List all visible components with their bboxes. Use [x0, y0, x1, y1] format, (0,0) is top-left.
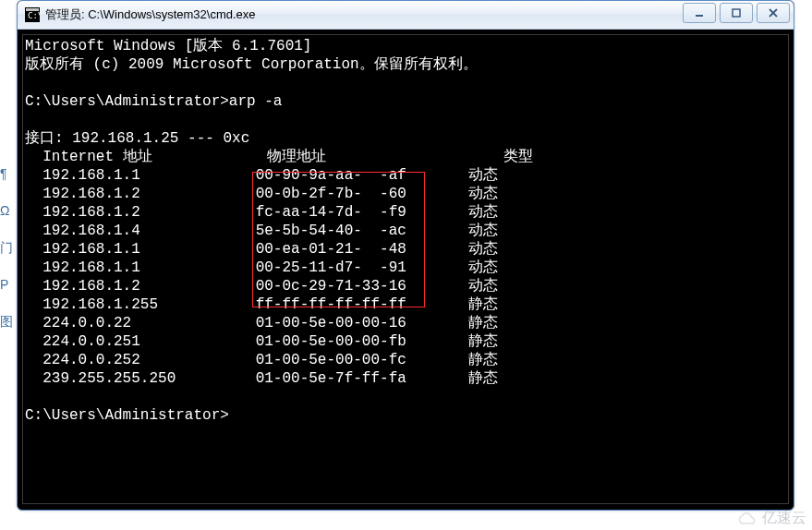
close-button[interactable]: [757, 3, 790, 23]
cmd-window: C:\ 管理员: C:\Windows\system32\cmd.exe Mic…: [17, 0, 794, 511]
console-output[interactable]: Microsoft Windows [版本 6.1.7601] 版权所有 (c)…: [22, 34, 789, 504]
sidebar-glyph: P: [0, 277, 17, 295]
svg-text:C:\: C:\: [28, 11, 40, 20]
background-sidebar: ¶ Ω 门 P 图: [0, 166, 17, 332]
svg-rect-4: [733, 9, 740, 17]
sidebar-glyph: 门: [0, 240, 17, 259]
watermark: 亿速云: [734, 509, 806, 528]
sidebar-glyph: 图: [0, 314, 17, 332]
sidebar-glyph: Ω: [0, 203, 17, 222]
cloud-icon: [734, 511, 758, 527]
window-title: 管理员: C:\Windows\system32\cmd.exe: [45, 6, 256, 23]
maximize-button[interactable]: [720, 3, 753, 23]
cmd-icon: C:\: [25, 7, 40, 22]
watermark-text: 亿速云: [762, 509, 806, 528]
minimize-button[interactable]: [683, 3, 716, 23]
sidebar-glyph: ¶: [0, 166, 17, 185]
titlebar[interactable]: C:\ 管理员: C:\Windows\system32\cmd.exe: [18, 1, 794, 30]
